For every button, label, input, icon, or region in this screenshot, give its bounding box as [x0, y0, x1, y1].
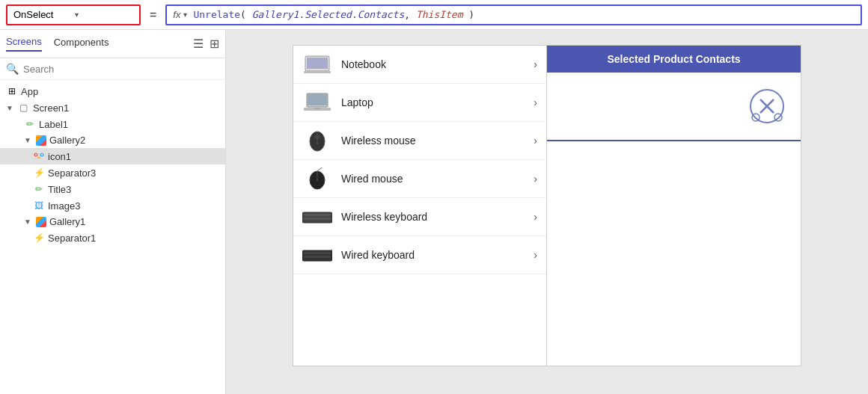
chevron-right-icon: › — [534, 135, 537, 147]
app-icon: ⊞ — [6, 85, 18, 97]
contacts-body — [547, 73, 801, 140]
tree-label: Gallery1 — [49, 216, 85, 227]
screen-icon: ▢ — [18, 102, 30, 114]
product-item-wired-mouse[interactable]: Wired mouse › — [293, 160, 546, 198]
tree-label: Title3 — [48, 184, 71, 195]
close-icon-svg — [748, 87, 786, 125]
product-item-notebook[interactable]: Notebook › — [293, 46, 546, 84]
title-icon: ✏ — [33, 183, 45, 195]
tree-item-image3[interactable]: 🖼 Image3 — [0, 197, 225, 214]
tree-item-app[interactable]: ⊞ App — [0, 83, 225, 99]
tree-item-title3[interactable]: ✏ Title3 — [0, 181, 225, 197]
laptop-thumb — [302, 91, 332, 114]
separator1-icon: ⚡ — [33, 232, 45, 244]
image-icon: 🖼 — [33, 200, 45, 212]
grid-view-icon[interactable]: ⊞ — [210, 37, 219, 51]
svg-point-1 — [40, 153, 43, 156]
product-name: Notebook — [341, 58, 525, 70]
formula-bar[interactable]: fx ▾ Unrelate( Gallery1.Selected.Contact… — [165, 4, 862, 25]
property-dropdown[interactable]: OnSelect ▾ — [6, 4, 141, 25]
wmouse-thumb — [302, 129, 332, 152]
chevron-down-icon: ▾ — [75, 10, 133, 19]
search-input[interactable] — [23, 64, 219, 75]
gallery1-icon — [36, 217, 46, 227]
formula-text: Unrelate( Gallery1.Selected.Contacts, Th… — [193, 9, 474, 20]
product-name: Wired mouse — [341, 173, 525, 185]
expand-arrow-icon: ▼ — [24, 218, 31, 226]
tree-area: ⊞ App ▼ ▢ Screen1 ✏ Label1 ▼ Gallery2 — [0, 80, 225, 394]
svg-rect-18 — [304, 252, 331, 254]
notebook-thumb — [302, 53, 332, 76]
gallery-icon — [36, 135, 46, 146]
sidebar-tabs: Screens Components ☰ ⊞ — [0, 30, 225, 58]
svg-rect-6 — [308, 94, 327, 105]
tree-label: App — [21, 86, 38, 97]
svg-rect-4 — [304, 71, 331, 73]
tab-screens[interactable]: Screens — [6, 36, 42, 52]
sidebar: Screens Components ☰ ⊞ 🔍 ⊞ App ▼ ▢ Scree… — [0, 30, 226, 394]
tab-icons: ☰ ⊞ — [193, 37, 219, 51]
contacts-panel: Selected Product Contacts — [547, 45, 801, 366]
icon1-icon — [33, 150, 45, 162]
chevron-right-icon: › — [534, 173, 537, 185]
contacts-divider — [547, 140, 801, 141]
search-bar: 🔍 — [0, 58, 225, 80]
product-item-wireless-mouse[interactable]: Wireless mouse › — [293, 122, 546, 160]
close-icon-group[interactable] — [748, 87, 786, 125]
chevron-right-icon: › — [534, 211, 537, 223]
expand-arrow-icon: ▼ — [6, 104, 13, 112]
svg-rect-3 — [307, 58, 328, 69]
fx-label: fx — [173, 9, 180, 20]
top-bar: OnSelect ▾ = fx ▾ Unrelate( Gallery1.Sel… — [0, 0, 868, 30]
tree-label: Separator1 — [48, 233, 96, 244]
product-name: Wireless keyboard — [341, 211, 525, 223]
label-icon: ✏ — [24, 118, 36, 130]
chevron-right-icon: › — [534, 96, 537, 108]
svg-rect-16 — [304, 218, 331, 220]
tree-label: Label1 — [39, 119, 68, 130]
product-name: Laptop — [341, 96, 525, 108]
wiredmouse-thumb — [302, 167, 332, 190]
tree-item-icon1[interactable]: icon1 — [0, 148, 225, 164]
equals-sign: = — [147, 8, 159, 22]
tree-item-label1[interactable]: ✏ Label1 — [0, 116, 225, 132]
product-gallery: Notebook › Laptop › — [293, 45, 547, 366]
canvas-area: Notebook › Laptop › — [226, 30, 868, 394]
property-label: OnSelect — [13, 9, 72, 20]
svg-rect-19 — [304, 256, 331, 258]
svg-rect-15 — [304, 214, 331, 216]
chevron-right-icon: › — [534, 58, 537, 70]
tree-item-screen1[interactable]: ▼ ▢ Screen1 — [0, 99, 225, 116]
expand-arrow-icon: ▼ — [24, 136, 31, 144]
svg-rect-8 — [314, 108, 320, 109]
wiredkb-thumb — [302, 244, 332, 266]
contacts-header: Selected Product Contacts — [547, 46, 801, 73]
wkb-thumb — [302, 206, 332, 228]
list-view-icon[interactable]: ☰ — [193, 37, 204, 51]
product-item-wired-keyboard[interactable]: Wired keyboard › — [293, 236, 546, 274]
product-item-laptop[interactable]: Laptop › — [293, 84, 546, 122]
tree-label: Image3 — [48, 200, 80, 212]
svg-point-0 — [34, 153, 37, 156]
main-layout: Screens Components ☰ ⊞ 🔍 ⊞ App ▼ ▢ Scree… — [0, 30, 868, 394]
tree-label: Gallery2 — [49, 135, 85, 146]
svg-point-11 — [314, 135, 320, 139]
fx-chevron-icon: ▾ — [183, 10, 187, 19]
product-name: Wired keyboard — [341, 249, 525, 261]
tree-item-gallery2[interactable]: ▼ Gallery2 — [0, 132, 225, 148]
search-icon: 🔍 — [6, 63, 19, 75]
tree-label: Screen1 — [33, 102, 69, 114]
tree-item-separator3[interactable]: ⚡ Separator3 — [0, 164, 225, 181]
product-item-wireless-keyboard[interactable]: Wireless keyboard › — [293, 198, 546, 236]
chevron-right-icon: › — [534, 249, 537, 261]
tab-components[interactable]: Components — [54, 37, 109, 51]
tree-item-gallery1[interactable]: ▼ Gallery1 — [0, 214, 225, 230]
tree-item-separator1[interactable]: ⚡ Separator1 — [0, 230, 225, 246]
separator-icon: ⚡ — [33, 167, 45, 179]
product-name: Wireless mouse — [341, 135, 525, 147]
tree-label: icon1 — [48, 151, 71, 162]
tree-label: Separator3 — [48, 167, 96, 179]
